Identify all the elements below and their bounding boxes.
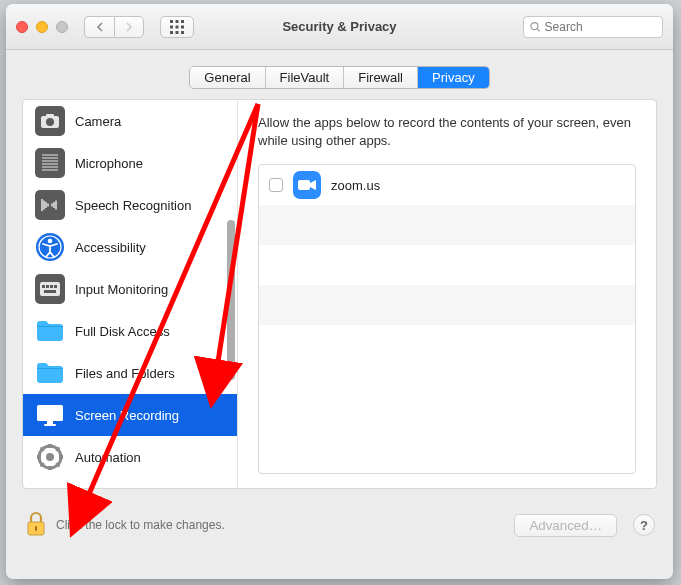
footer: Click the lock to make changes. Advanced…	[6, 497, 673, 553]
tab-firewall[interactable]: Firewall	[344, 67, 418, 88]
svg-rect-51	[56, 447, 60, 451]
sidebar-item-input-monitoring[interactable]: Input Monitoring	[23, 268, 237, 310]
svg-rect-2	[181, 20, 184, 23]
sidebar-item-accessibility[interactable]: Accessibility	[23, 226, 237, 268]
svg-point-30	[48, 239, 53, 244]
tabs-row: GeneralFileVaultFirewallPrivacy	[6, 50, 673, 99]
svg-rect-7	[176, 31, 179, 34]
lock-icon[interactable]	[24, 511, 48, 540]
sidebar-item-label: Screen Recording	[75, 408, 179, 423]
sidebar-item-speech-recognition[interactable]: Speech Recognition	[23, 184, 237, 226]
advanced-button[interactable]: Advanced…	[514, 514, 617, 537]
sidebar-item-files-and-folders[interactable]: Files and Folders	[23, 352, 237, 394]
back-button[interactable]	[84, 16, 114, 38]
svg-rect-34	[50, 285, 53, 288]
tab-general[interactable]: General	[190, 67, 265, 88]
svg-point-9	[531, 22, 538, 29]
titlebar: Security & Privacy	[6, 4, 673, 50]
content-description: Allow the apps below to record the conte…	[258, 114, 636, 150]
svg-rect-48	[37, 455, 41, 459]
app-row	[259, 245, 635, 285]
svg-rect-53	[298, 180, 310, 190]
svg-rect-42	[44, 424, 56, 426]
svg-rect-40	[38, 406, 62, 420]
nav-buttons	[84, 16, 144, 38]
sidebar-item-camera[interactable]: Camera	[23, 100, 237, 142]
show-all-button[interactable]	[160, 16, 194, 38]
sidebar-item-screen-recording[interactable]: Screen Recording	[23, 394, 237, 436]
privacy-sidebar: CameraMicrophoneSpeech RecognitionAccess…	[23, 100, 238, 488]
svg-rect-37	[37, 326, 63, 327]
sidebar-item-label: Files and Folders	[75, 366, 175, 381]
sidebar-item-automation[interactable]: Automation	[23, 436, 237, 478]
close-window-button[interactable]	[16, 21, 28, 33]
sidebar-item-label: Full Disk Access	[75, 324, 170, 339]
search-input[interactable]	[545, 20, 656, 34]
svg-rect-38	[37, 368, 63, 369]
sidebar-item-microphone[interactable]: Microphone	[23, 142, 237, 184]
svg-rect-32	[42, 285, 45, 288]
app-row	[259, 325, 635, 365]
svg-rect-55	[35, 526, 37, 531]
svg-rect-6	[170, 31, 173, 34]
search-field[interactable]	[523, 16, 663, 38]
svg-rect-1	[176, 20, 179, 23]
sidebar-item-label: Speech Recognition	[75, 198, 191, 213]
sidebar-item-label: Microphone	[75, 156, 143, 171]
svg-rect-33	[46, 285, 49, 288]
svg-rect-35	[54, 285, 57, 288]
help-button[interactable]: ?	[633, 514, 655, 536]
grid-icon	[170, 20, 184, 34]
svg-line-10	[537, 28, 540, 31]
svg-rect-49	[40, 447, 44, 451]
privacy-panel: CameraMicrophoneSpeech RecognitionAccess…	[22, 99, 657, 489]
app-checkbox[interactable]	[269, 178, 283, 192]
svg-point-52	[46, 453, 54, 461]
content-area: Allow the apps below to record the conte…	[238, 100, 656, 488]
svg-rect-13	[46, 114, 54, 117]
svg-rect-0	[170, 20, 173, 23]
sidebar-item-label: Accessibility	[75, 240, 146, 255]
sidebar-item-label: Camera	[75, 114, 121, 129]
svg-rect-31	[40, 282, 60, 296]
tabs: GeneralFileVaultFirewallPrivacy	[189, 66, 489, 89]
svg-rect-5	[181, 25, 184, 28]
svg-rect-36	[44, 290, 56, 293]
search-icon	[530, 21, 541, 33]
svg-rect-4	[176, 25, 179, 28]
forward-button[interactable]	[114, 16, 144, 38]
zoom-window-button	[56, 21, 68, 33]
sidebar-item-full-disk-access[interactable]: Full Disk Access	[23, 310, 237, 352]
svg-rect-46	[48, 466, 52, 470]
sidebar-item-label: Input Monitoring	[75, 282, 168, 297]
preferences-window: Security & Privacy GeneralFileVaultFirew…	[6, 4, 673, 579]
svg-rect-44	[59, 455, 63, 459]
app-row: zoom.us	[259, 165, 635, 205]
minimize-window-button[interactable]	[36, 21, 48, 33]
app-row	[259, 205, 635, 245]
svg-rect-50	[48, 444, 52, 448]
lock-hint: Click the lock to make changes.	[56, 518, 225, 532]
app-list: zoom.us	[258, 164, 636, 474]
traffic-lights	[16, 21, 68, 33]
svg-rect-41	[47, 421, 53, 424]
tab-privacy[interactable]: Privacy	[418, 67, 489, 88]
svg-rect-47	[40, 463, 44, 467]
tab-filevault[interactable]: FileVault	[266, 67, 345, 88]
chevron-left-icon	[96, 22, 104, 32]
chevron-right-icon	[125, 22, 133, 32]
sidebar-scrollbar[interactable]	[227, 220, 235, 380]
svg-rect-3	[170, 25, 173, 28]
app-name: zoom.us	[331, 178, 380, 193]
app-row	[259, 285, 635, 325]
svg-rect-8	[181, 31, 184, 34]
svg-point-12	[46, 118, 54, 126]
sidebar-item-label: Automation	[75, 450, 141, 465]
zoom-icon	[293, 171, 321, 199]
svg-rect-45	[56, 463, 60, 467]
